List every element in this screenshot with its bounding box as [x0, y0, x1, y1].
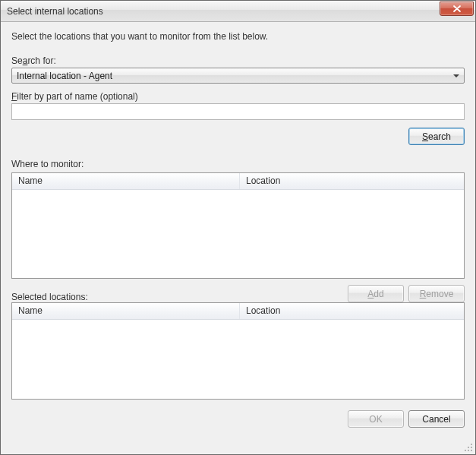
ok-button: OK: [348, 410, 404, 428]
svg-rect-5: [471, 450, 472, 451]
chevron-down-icon: [453, 74, 459, 77]
list-header: Name Location: [12, 303, 464, 320]
column-header-location[interactable]: Location: [240, 173, 464, 189]
search-for-value: Internal location - Agent: [17, 71, 453, 81]
dialog-window: Select internal locations Select the loc…: [0, 0, 476, 455]
selected-locations-label: Selected locations:: [11, 292, 348, 302]
list-body: [12, 190, 464, 278]
close-button[interactable]: [440, 2, 474, 16]
svg-rect-1: [468, 447, 469, 448]
selected-locations-list[interactable]: Name Location: [11, 302, 465, 400]
search-for-label: Search for:: [11, 55, 465, 66]
column-header-name[interactable]: Name: [12, 173, 240, 189]
svg-rect-2: [471, 447, 472, 448]
window-title: Select internal locations: [7, 6, 440, 17]
filter-input[interactable]: [11, 103, 465, 120]
intro-text: Select the locations that you want to mo…: [11, 31, 465, 42]
column-header-name[interactable]: Name: [12, 303, 240, 319]
where-to-monitor-label: Where to monitor:: [11, 159, 465, 169]
dialog-content: Select the locations that you want to mo…: [1, 22, 475, 454]
remove-button: Remove: [408, 285, 465, 302]
where-to-monitor-list[interactable]: Name Location: [11, 172, 465, 279]
svg-rect-4: [468, 450, 469, 451]
svg-rect-0: [471, 444, 472, 445]
svg-rect-3: [465, 450, 466, 451]
list-header: Name Location: [12, 173, 464, 190]
cancel-button[interactable]: Cancel: [408, 410, 465, 428]
filter-label: Filter by part of name (optional): [11, 91, 465, 102]
resize-grip[interactable]: [463, 442, 474, 453]
titlebar: Select internal locations: [1, 1, 475, 22]
close-icon: [453, 5, 461, 12]
column-header-location[interactable]: Location: [240, 303, 464, 319]
search-for-dropdown[interactable]: Internal location - Agent: [11, 68, 465, 84]
search-button[interactable]: Search: [408, 128, 465, 145]
list-body: [12, 320, 464, 399]
add-button: Add: [348, 285, 404, 302]
